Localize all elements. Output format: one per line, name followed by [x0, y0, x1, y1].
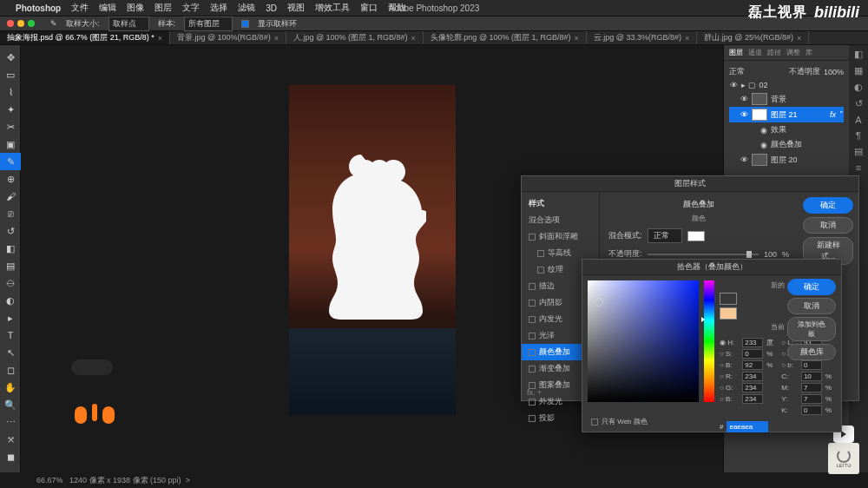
- eyedropper-tool-icon[interactable]: ✎: [50, 19, 57, 28]
- tab-4[interactable]: 云.jpg @ 33.3%(RGB/8#)×: [587, 31, 697, 44]
- color-icon[interactable]: ◧: [854, 49, 863, 60]
- swap-colors-icon[interactable]: ⤧: [0, 431, 21, 448]
- status-arrow-icon[interactable]: >: [186, 476, 190, 485]
- sample-select[interactable]: 所有图层: [184, 16, 233, 31]
- layer-21[interactable]: 👁图层 21 fx ˅: [729, 107, 844, 122]
- para-icon[interactable]: ¶: [856, 130, 861, 141]
- layer-fx[interactable]: ◉效果: [729, 122, 844, 137]
- menu-edit[interactable]: 编辑: [99, 2, 116, 14]
- h-input[interactable]: [742, 338, 763, 347]
- menu-3d[interactable]: 3D: [266, 3, 277, 13]
- fg-bg-color[interactable]: ◼: [0, 448, 21, 465]
- blur-tool-icon[interactable]: ⦵: [0, 274, 21, 292]
- menu-file[interactable]: 文件: [71, 2, 89, 14]
- cp-cancel-button[interactable]: 取消: [787, 298, 836, 314]
- menu-plugins[interactable]: 增效工具: [315, 2, 350, 14]
- layer-20[interactable]: 👁图层 20: [729, 152, 844, 168]
- tab-1[interactable]: 背景.jpg @ 100%(RGB/8#)×: [170, 31, 286, 44]
- cp-ok-button[interactable]: 确定: [787, 279, 836, 295]
- document-canvas: [289, 85, 456, 415]
- dodge-tool-icon[interactable]: ◐: [0, 292, 21, 309]
- show-ring-checkbox[interactable]: [241, 20, 249, 28]
- menu-select[interactable]: 选择: [210, 2, 227, 14]
- brush-tool-icon[interactable]: 🖌: [0, 188, 21, 205]
- path-tool-icon[interactable]: ↖: [0, 344, 21, 361]
- layer-bg[interactable]: 👁背景: [729, 91, 844, 107]
- style-bevel[interactable]: 斜面和浮雕: [522, 228, 599, 245]
- blend-mode-select[interactable]: 正常: [648, 228, 682, 243]
- lib-icon[interactable]: ▤: [854, 146, 863, 157]
- b2-input[interactable]: [742, 394, 763, 404]
- adjust-icon[interactable]: ◐: [854, 82, 863, 93]
- type-tool-icon[interactable]: T: [0, 326, 21, 344]
- menu-view[interactable]: 视图: [287, 2, 305, 14]
- heal-tool-icon[interactable]: ⊕: [0, 170, 21, 188]
- marquee-tool-icon[interactable]: ▭: [0, 66, 21, 83]
- app-name[interactable]: Photoshop: [16, 3, 61, 13]
- menu-layer[interactable]: 图层: [155, 2, 172, 14]
- eyedropper-tool-icon[interactable]: ✎: [0, 153, 21, 170]
- r-input[interactable]: [742, 372, 763, 381]
- menu-filter[interactable]: 滤镜: [238, 2, 255, 14]
- sample-size-select[interactable]: 取样点: [108, 16, 149, 31]
- dialog-title[interactable]: 图层样式: [522, 176, 858, 192]
- eraser-tool-icon[interactable]: ◧: [0, 240, 21, 257]
- document-tabs: 抽象海报.psd @ 66.7% (图层 21, RGB/8) *× 背景.jp…: [0, 31, 868, 45]
- tab-3[interactable]: 头像轮廓.png @ 100% (图层 1, RGB/8#)×: [424, 31, 587, 44]
- layer-coloroverlay[interactable]: ◉颜色叠加: [729, 137, 844, 152]
- k-input[interactable]: [801, 406, 822, 415]
- more-tool-icon[interactable]: ⋯: [0, 413, 21, 431]
- g-input[interactable]: [742, 383, 763, 392]
- blend-options[interactable]: 混合选项: [522, 212, 599, 228]
- color-cursor-icon[interactable]: [595, 298, 603, 307]
- more-icon[interactable]: ≡: [856, 162, 861, 173]
- s-input[interactable]: [742, 349, 763, 359]
- frame-tool-icon[interactable]: ▣: [0, 135, 21, 153]
- cp-title[interactable]: 拾色器（叠加颜色）: [582, 260, 841, 275]
- sample-label: 样本:: [158, 18, 176, 30]
- stamp-tool-icon[interactable]: ⎚: [0, 205, 21, 222]
- move-tool-icon[interactable]: ✥: [0, 49, 21, 66]
- history-icon[interactable]: ↺: [855, 98, 863, 109]
- lasso-tool-icon[interactable]: ⌇: [0, 83, 21, 101]
- m-input[interactable]: [801, 383, 822, 392]
- swatches-icon[interactable]: ▦: [854, 65, 863, 76]
- silhouette-shape: [313, 148, 426, 321]
- menu-image[interactable]: 图像: [127, 2, 144, 14]
- add-swatch-button[interactable]: 添加到色板: [787, 317, 836, 341]
- tab-5[interactable]: 群山.jpg @ 25%(RGB/8#)×: [697, 31, 809, 44]
- hand-tool-icon[interactable]: ✋: [0, 379, 21, 396]
- ok-button[interactable]: 确定: [803, 197, 853, 214]
- shape-tool-icon[interactable]: ◻: [0, 361, 21, 379]
- gradient-tool-icon[interactable]: ▤: [0, 257, 21, 274]
- y-input[interactable]: [801, 394, 822, 404]
- crop-tool-icon[interactable]: ✂: [0, 118, 21, 135]
- hue-slider[interactable]: [704, 280, 714, 402]
- traffic-lights[interactable]: [7, 20, 35, 27]
- fx-add[interactable]: fx. +: [527, 388, 542, 397]
- layer-folder[interactable]: 👁▸ ▢02: [729, 79, 844, 91]
- color-lib-button[interactable]: 颜色库: [787, 344, 836, 360]
- c-input[interactable]: [801, 372, 822, 381]
- zoom-tool-icon[interactable]: 🔍: [0, 396, 21, 413]
- zoom-level[interactable]: 66.67%: [36, 476, 63, 485]
- overlay-color-swatch[interactable]: [687, 231, 705, 241]
- cancel-button[interactable]: 取消: [803, 217, 853, 234]
- tab-2[interactable]: 人.jpg @ 100% (图层 1, RGB/8#)×: [286, 31, 424, 44]
- panel-tabs[interactable]: 图层 通道 路径 调整 库: [724, 45, 849, 61]
- char-icon[interactable]: A: [855, 115, 861, 125]
- hex-input[interactable]: [727, 421, 768, 432]
- web-only-checkbox[interactable]: [591, 419, 598, 425]
- menu-window[interactable]: 窗口: [360, 2, 378, 14]
- wand-tool-icon[interactable]: ✦: [0, 101, 21, 118]
- tab-0[interactable]: 抽象海报.psd @ 66.7% (图层 21, RGB/8) *×: [0, 31, 170, 44]
- b-input[interactable]: [742, 360, 763, 370]
- blend-mode-row[interactable]: 正常 不透明度 100%: [729, 64, 844, 79]
- history-brush-icon[interactable]: ↺: [0, 222, 21, 240]
- color-field[interactable]: [588, 280, 699, 402]
- pen-tool-icon[interactable]: ▸: [0, 309, 21, 326]
- menu-type[interactable]: 文字: [182, 2, 200, 14]
- lab-b-input[interactable]: [801, 360, 822, 370]
- styles-header[interactable]: 样式: [522, 195, 599, 212]
- opacity-slider[interactable]: [648, 254, 759, 255]
